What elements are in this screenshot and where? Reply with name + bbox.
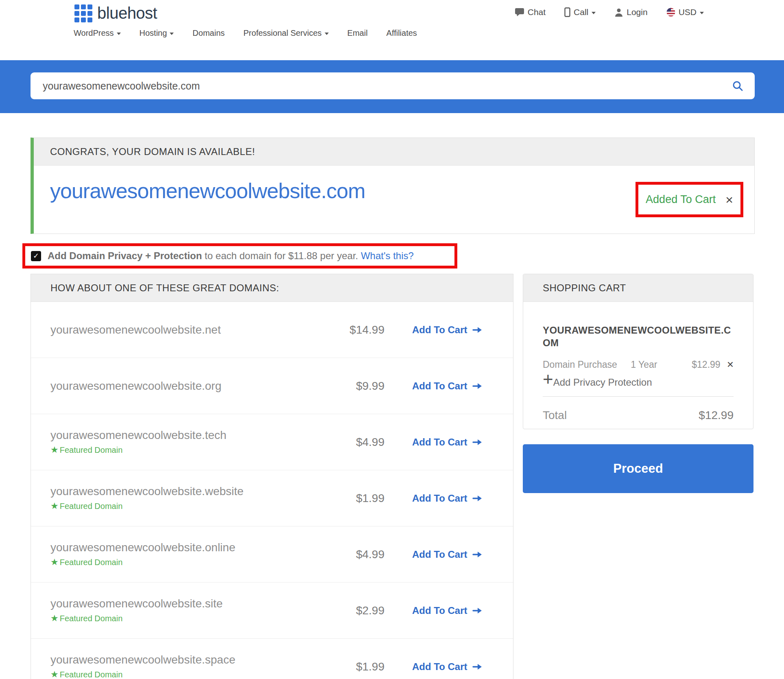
domain-price: $4.99 [332,548,384,561]
domain-suggestion-row: yourawesomenewcoolwebsite.net $14.99 Add… [31,302,513,358]
cart-item-price: $12.99 [692,359,720,370]
arrow-right-icon [472,326,482,334]
usa-flag-icon [666,8,675,17]
cart-total-row: Total $12.99 [543,409,734,422]
add-to-cart-link[interactable]: Add To Cart [412,437,494,448]
bluehost-logo-icon [74,4,92,22]
call-button[interactable]: Call [564,7,596,17]
shopping-cart-panel: SHOPPING CART YOURAWESOMENEWCOOLWEBSITE.… [523,274,753,429]
add-to-cart-link[interactable]: Add To Cart [412,549,494,560]
suggested-domain: yourawesomenewcoolwebsite.tech [50,429,332,442]
cart-item-detail: Domain Purchase 1 Year $12.99 × [543,359,734,370]
cart-item-name: YOURAWESOMENEWCOOLWEBSITE.COM [543,324,734,349]
nav-hosting[interactable]: Hosting [140,28,174,38]
domain-suggestion-row: yourawesomenewcoolwebsite.site ★ Feature… [31,583,513,639]
header: bluehost WordPress Hosting Domains Profe… [0,0,784,60]
nav-affiliates[interactable]: Affiliates [387,28,417,38]
domain-search-input[interactable] [42,80,732,92]
chevron-down-icon [700,12,704,14]
nav-wordpress[interactable]: WordPress [74,28,121,38]
suggested-domain: yourawesomenewcoolwebsite.online [50,541,332,554]
whats-this-link[interactable]: What's this? [361,250,414,261]
congrats-banner: CONGRATS, YOUR DOMAIN IS AVAILABLE! [34,138,754,166]
search-icon[interactable] [732,80,743,92]
remove-from-cart-icon[interactable]: × [725,193,733,206]
suggested-domain: yourawesomenewcoolwebsite.site [50,597,332,610]
star-icon: ★ [50,613,59,624]
added-to-cart-status: Added To Cart [646,193,716,206]
remove-cart-item-icon[interactable]: × [727,359,734,370]
featured-domain-badge: ★ Featured Domain [50,613,332,624]
header-utilities: Chat Call Login [515,7,704,17]
login-button[interactable]: Login [614,7,647,17]
add-to-cart-link[interactable]: Add To Cart [412,380,494,392]
cart-item-term: 1 Year [631,359,679,370]
domain-price: $1.99 [332,492,384,505]
add-to-cart-link[interactable]: Add To Cart [412,661,494,672]
featured-domain-badge: ★ Featured Domain [50,501,332,511]
arrow-right-icon [472,663,482,670]
arrow-right-icon [472,551,482,558]
suggested-domain: yourawesomenewcoolwebsite.org [50,380,332,393]
featured-domain-badge: ★ Featured Domain [50,557,332,568]
privacy-label-bold: Add Domain Privacy + Protection [48,250,202,261]
cart-total-value: $12.99 [699,409,734,422]
chevron-down-icon [592,12,596,14]
bluehost-domain-search-page: bluehost WordPress Hosting Domains Profe… [0,0,784,679]
domain-suggestion-row: yourawesomenewcoolwebsite.space ★ Featur… [31,639,513,679]
plus-icon: + [543,371,553,387]
available-domain-name: yourawesomenewcoolwebsite.com [50,179,365,203]
cart-divider [543,396,734,397]
domain-suggestion-row: yourawesomenewcoolwebsite.website ★ Feat… [31,470,513,526]
suggested-domain: yourawesomenewcoolwebsite.net [50,323,332,336]
add-to-cart-link[interactable]: Add To Cart [412,493,494,504]
privacy-label: Add Domain Privacy + Protection to each … [48,250,414,262]
currency-selector[interactable]: USD [666,7,704,17]
nav-email[interactable]: Email [347,28,368,38]
domain-suggestion-row: yourawesomenewcoolwebsite.tech ★ Feature… [31,414,513,470]
arrow-right-icon [472,382,482,390]
featured-domain-badge: ★ Featured Domain [50,445,332,455]
arrow-right-icon [472,439,482,446]
added-to-cart-annotation: Added To Cart × [635,182,743,217]
user-icon [614,8,623,17]
cart-total-label: Total [543,409,567,422]
add-to-cart-link[interactable]: Add To Cart [412,324,494,336]
bluehost-logo-text: bluehost [97,4,157,22]
featured-domain-badge: ★ Featured Domain [50,669,332,679]
domain-price: $4.99 [332,436,384,449]
domain-suggestion-row: yourawesomenewcoolwebsite.online ★ Featu… [31,526,513,583]
star-icon: ★ [50,501,59,511]
suggested-domain: yourawesomenewcoolwebsite.space [50,653,332,666]
add-privacy-protection-link[interactable]: + Add Privacy Protection [543,371,734,388]
search-band [0,60,784,113]
domain-price: $14.99 [332,323,384,336]
star-icon: ★ [50,669,59,679]
main-nav: WordPress Hosting Domains Professional S… [74,28,417,38]
arrow-right-icon [472,495,482,502]
domain-suggestion-row: yourawesomenewcoolwebsite.org $9.99 Add … [31,358,513,414]
nav-professional-services[interactable]: Professional Services [243,28,328,38]
chevron-down-icon [325,33,329,35]
congrats-card: CONGRATS, YOUR DOMAIN IS AVAILABLE! your… [31,138,755,234]
domain-price: $2.99 [332,604,384,617]
star-icon: ★ [50,557,59,568]
domain-search-bar [31,72,755,99]
proceed-button[interactable]: Proceed [523,444,753,493]
suggestions-title: HOW ABOUT ONE OF THESE GREAT DOMAINS: [31,274,513,302]
suggested-domain: yourawesomenewcoolwebsite.website [50,485,332,498]
privacy-checkbox[interactable]: ✓ [31,251,41,261]
domain-price: $1.99 [332,660,384,673]
shopping-cart-title: SHOPPING CART [523,274,753,302]
cart-item-type: Domain Purchase [543,359,631,370]
add-to-cart-link[interactable]: Add To Cart [412,605,494,616]
domain-price: $9.99 [332,380,384,393]
chevron-down-icon [117,33,121,35]
suggested-domains-card: HOW ABOUT ONE OF THESE GREAT DOMAINS: yo… [31,274,513,679]
nav-domains[interactable]: Domains [192,28,225,38]
chat-button[interactable]: Chat [515,7,546,17]
star-icon: ★ [50,445,59,455]
arrow-right-icon [472,607,482,614]
chevron-down-icon [170,33,174,35]
bluehost-logo[interactable]: bluehost [74,4,157,22]
